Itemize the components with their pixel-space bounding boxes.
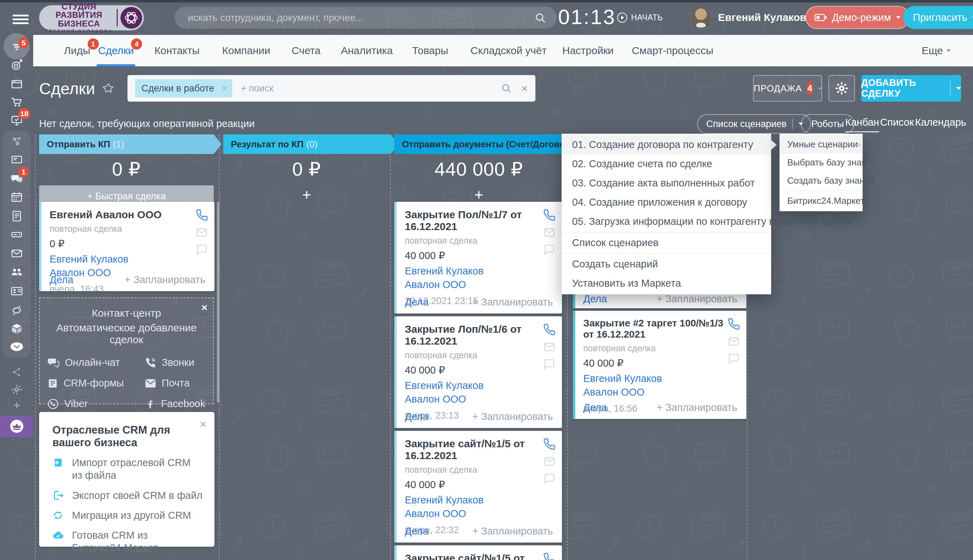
user-avatar[interactable] (691, 7, 711, 28)
menu-item-scenario-03[interactable]: 03. Создание акта выполненных работ (562, 173, 771, 193)
chat-icon[interactable] (543, 244, 555, 255)
crm-import-item[interactable]: Импорт отраслевой CRM из файла (52, 456, 202, 482)
sidebar-item-tariff[interactable] (0, 415, 33, 437)
sidebar-item-sites[interactable] (0, 78, 33, 91)
mail-icon[interactable] (543, 341, 555, 353)
submenu-item-choose-knowledge-base[interactable]: Выбрать базу знаний (779, 153, 863, 172)
chat-icon[interactable] (196, 244, 208, 255)
chat-icon[interactable] (543, 358, 555, 370)
phone-icon[interactable] (543, 552, 556, 560)
mail-icon[interactable] (728, 335, 740, 347)
deal-company-link[interactable]: Авалон ООО (405, 278, 553, 291)
hamburger-menu-icon[interactable] (13, 15, 28, 27)
menu-item-scenario-01[interactable]: 01. Создание договора по контрагенту (562, 135, 771, 154)
close-icon[interactable]: × (201, 302, 207, 313)
channel-crm-forms[interactable]: CRM-формы (47, 377, 124, 389)
sidebar-item-feed[interactable]: 5 (0, 40, 33, 53)
crm-export-item[interactable]: Экспорт своей CRM в файл (52, 489, 202, 502)
filter-chip-deals-in-progress[interactable]: Сделки в работе × (135, 79, 232, 97)
deal-contact-link[interactable]: Евгений Кулаков (405, 265, 553, 277)
deal-plan-link[interactable]: + Запланировать (125, 274, 205, 286)
filter-search-bar[interactable]: Сделки в работе × + поиск × (127, 75, 536, 102)
tab-analytics[interactable]: Аналитика (341, 35, 393, 66)
menu-item-scenario-04[interactable]: 04. Создание приложения к договору (562, 193, 771, 212)
sidebar-item-automation[interactable] (0, 304, 33, 317)
crm-migration-item[interactable]: Миграция из другой CRM (52, 509, 202, 522)
sidebar-item-market[interactable] (0, 322, 33, 335)
invite-button[interactable]: Пригласить (903, 6, 973, 29)
submenu-item-smart-scenarios[interactable]: Умные сценарии› (779, 135, 863, 153)
deal-company-link[interactable]: Авалон ООО (583, 386, 737, 398)
deal-title[interactable]: Закрытие сайт/№1/5 от 16.12.2021 (405, 438, 544, 462)
filter-search-icon[interactable] (501, 83, 512, 94)
search-icon[interactable] (534, 12, 546, 24)
deal-card[interactable]: Закрытие сайт/№1/5 от 16.12.2021 повторн… (394, 431, 562, 543)
sidebar-item-drive[interactable] (0, 228, 33, 241)
tab-more[interactable]: Еще (922, 35, 951, 66)
channel-mail[interactable]: Почта (145, 377, 205, 389)
sidebar-item-tasks[interactable]: 18 (0, 114, 33, 127)
star-icon[interactable] (102, 82, 115, 95)
work-timer[interactable]: 01:13 (558, 5, 616, 29)
sidebar-item-contacts[interactable] (0, 285, 33, 298)
sidebar-item-calendar[interactable] (0, 191, 33, 204)
deal-activities-link[interactable]: Дела (405, 525, 429, 537)
sidebar-item-sitemap[interactable] (0, 367, 33, 378)
deal-card[interactable]: Закрытие #2 таргет 100/№1/3 от 16.12.202… (573, 311, 746, 419)
tab-contacts[interactable]: Контакты (154, 35, 200, 66)
deal-contact-link[interactable]: Евгений Кулаков (405, 494, 553, 506)
demo-mode-button[interactable]: Демо-режим (805, 6, 910, 29)
sidebar-item-expand[interactable] (0, 342, 33, 352)
deal-title[interactable]: Закрытие Лоп/№1/6 от 16.12.2021 (405, 323, 544, 347)
sidebar-item-tasks-target[interactable] (0, 58, 33, 72)
stage-header-send-documents[interactable]: Отправить документы (Счет/Договор/Акт)(1… (394, 134, 577, 154)
stage-header-proposal-result[interactable]: Результат по КП(0) (223, 134, 399, 154)
filter-clear-icon[interactable]: × (521, 83, 528, 94)
sidebar-item-shop[interactable] (0, 96, 33, 109)
menu-item-scenario-list[interactable]: Список сценариев (562, 233, 771, 252)
menu-item-scenario-02[interactable]: 02. Создание счета по сделке (562, 154, 771, 173)
deal-contact-link[interactable]: Евгений Кулаков (50, 253, 205, 265)
sidebar-item-mail[interactable] (0, 247, 33, 260)
sidebar-item-messenger[interactable]: 1 (0, 172, 33, 185)
deal-plan-link[interactable]: + Запланировать (472, 297, 553, 308)
deal-activities-link[interactable]: Дела (583, 293, 607, 305)
phone-icon[interactable] (728, 318, 740, 330)
view-calendar[interactable]: Календарь (915, 117, 966, 128)
sidebar-item-crm[interactable] (0, 153, 33, 166)
phone-icon[interactable] (195, 209, 208, 222)
channel-viber[interactable]: Viber (47, 398, 124, 410)
global-search-input[interactable] (187, 12, 534, 24)
deal-activities-link[interactable]: Дела (50, 274, 73, 286)
tab-leads[interactable]: Лиды 1 (64, 35, 90, 66)
menu-item-scenario-05[interactable]: 05. Загрузка информации по контрагенту в… (562, 212, 771, 231)
deal-company-link[interactable]: Авалон ООО (405, 393, 553, 405)
phone-icon[interactable] (543, 323, 556, 336)
phone-icon[interactable] (543, 209, 556, 222)
tab-invoices[interactable]: Счета (292, 35, 320, 66)
column-scrollbar[interactable] (217, 202, 219, 403)
deal-card[interactable]: Закрытие Пол/№1/7 от 16.12.2021 повторна… (394, 202, 562, 313)
stage-header-send-proposal[interactable]: Отправить КП(1) (39, 134, 222, 154)
sidebar-item-settings[interactable] (0, 384, 33, 395)
deal-contact-link[interactable]: Евгений Кулаков (405, 380, 553, 392)
deal-title[interactable]: Закрытие сайт/№1/5 от 16.12.2021 (405, 552, 544, 560)
sidebar-item-documents[interactable] (0, 210, 33, 223)
mail-icon[interactable] (196, 227, 208, 238)
deal-company-link[interactable]: Авалон ООО (405, 508, 553, 520)
deal-contact-link[interactable]: Евгений Кулаков (583, 373, 737, 385)
mail-icon[interactable] (543, 456, 555, 467)
company-logo[interactable]: СТУДИЯ РАЗВИТИЯ БИЗНЕСА ЕВГЕНИЯ КУЛАКОВА (39, 5, 144, 30)
deal-plan-link[interactable]: + Запланировать (657, 402, 737, 413)
sidebar-item-add[interactable] (0, 400, 33, 411)
close-icon[interactable]: × (200, 419, 206, 430)
menu-item-create-scenario[interactable]: Создать сценарий (562, 255, 771, 274)
deal-card[interactable]: Евгений Авалон ООО повторная сделка 0 ₽ … (39, 202, 214, 291)
sidebar-item-workgroups[interactable] (0, 134, 33, 148)
chat-icon[interactable] (728, 353, 740, 365)
deal-card[interactable]: Закрытие Лоп/№1/6 от 16.12.2021 повторна… (394, 316, 562, 428)
view-list[interactable]: Список (880, 117, 914, 128)
deal-activities-link[interactable]: Дела (583, 402, 607, 413)
sidebar-item-company[interactable] (0, 265, 33, 278)
channel-calls[interactable]: Звонки (145, 357, 205, 368)
